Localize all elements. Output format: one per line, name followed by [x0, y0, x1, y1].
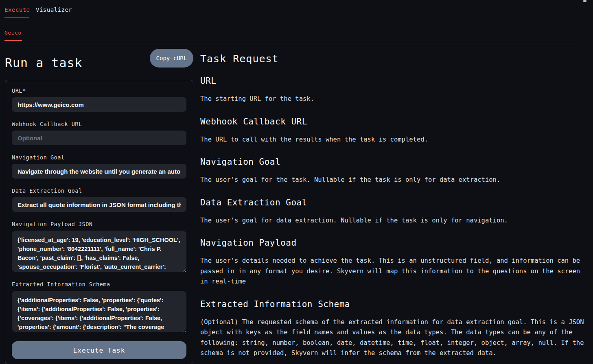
doc-heading-data-extraction-goal: Data Extraction Goal — [200, 198, 584, 207]
page-title: Run a task — [5, 56, 83, 70]
subtabbar-divider — [4, 41, 583, 41]
doc-heading-navigation-payload: Navigation Payload — [200, 238, 584, 248]
navigation-goal-label: Navigation Goal — [12, 154, 186, 161]
tab-geico[interactable]: Geico — [4, 30, 22, 36]
docs-title: Task Request — [200, 53, 584, 65]
tab-visualizer[interactable]: Visualizer — [36, 7, 72, 13]
doc-heading-webhook-callback-url: Webhook Callback URL — [200, 117, 584, 126]
app-window: Execute Visualizer Geico Run a task Copy… — [0, 0, 593, 364]
webhook-callback-url-input[interactable] — [12, 131, 186, 145]
navigation-goal-input[interactable] — [12, 164, 186, 179]
doc-desc-webhook-callback-url: The URL to call with the results when th… — [200, 135, 584, 145]
doc-desc-navigation-payload: The user's details needed to achieve the… — [200, 256, 584, 287]
navigation-payload-json-label: Navigation Payload JSON — [12, 221, 186, 227]
tabbar-divider — [4, 18, 583, 18]
extracted-information-schema-textarea[interactable]: {'additionalProperties': False, 'propert… — [12, 291, 186, 332]
active-tab-indicator — [4, 17, 29, 18]
active-subtab-indicator — [4, 40, 22, 41]
doc-heading-extracted-information-schema: Extracted Information Schema — [200, 299, 584, 309]
execute-task-button[interactable]: Execute Task — [12, 341, 186, 359]
data-extraction-goal-input[interactable] — [12, 197, 186, 212]
navigation-payload-json-textarea[interactable]: {'licensed_at_age': 19, 'education_level… — [12, 231, 186, 272]
webhook-callback-url-label: Webhook Callback URL — [12, 121, 186, 127]
url-input[interactable] — [12, 97, 186, 112]
task-request-docs: Task Request URL The starting URL for th… — [200, 53, 584, 364]
data-extraction-goal-label: Data Extraction Goal — [12, 187, 186, 194]
doc-desc-navigation-goal: The user's goal for the task. Nullable i… — [200, 175, 584, 185]
doc-heading-navigation-goal: Navigation Goal — [200, 157, 584, 167]
url-label: URL* — [12, 87, 186, 94]
doc-heading-url: URL — [200, 76, 584, 86]
task-form-card: URL* Webhook Callback URL Navigation Goa… — [5, 80, 193, 364]
tab-execute[interactable]: Execute — [4, 7, 30, 13]
copy-curl-button[interactable]: Copy cURL — [150, 49, 193, 68]
doc-desc-url: The starting URL for the task. — [200, 94, 584, 105]
doc-desc-data-extraction-goal: The user's goal for data extraction. Nul… — [200, 216, 584, 226]
extracted-information-schema-label: Extracted Information Schema — [12, 281, 186, 288]
scrollbar-thumb[interactable] — [583, 0, 586, 2]
doc-desc-extracted-information-schema: (Optional) The requested schema of the e… — [200, 317, 584, 359]
